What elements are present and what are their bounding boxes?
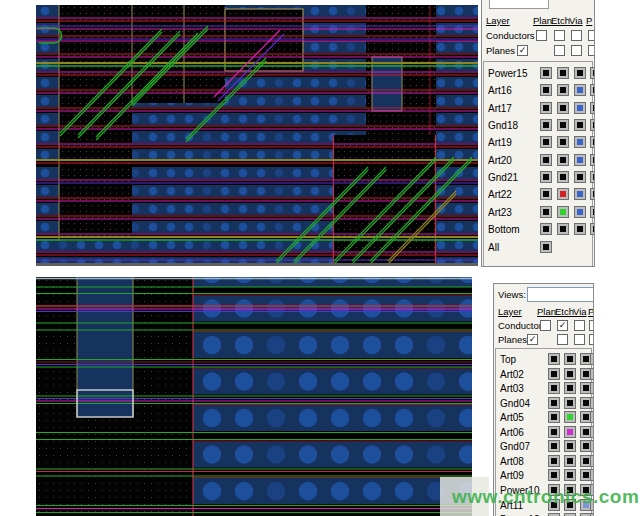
top-swatch-art20-clipped[interactable] [590,154,595,166]
top-planes-col-checkbox-2[interactable] [588,45,595,56]
top-swatch-gnd18-2[interactable] [574,119,586,131]
bottom-swatch-gnd07-1[interactable] [564,440,576,452]
top-swatch-art16-2[interactable] [574,84,586,96]
top-swatch-art19-0[interactable] [540,136,552,148]
top-swatch-gnd21-clipped[interactable] [590,171,595,183]
top-swatch-art20-1[interactable] [557,154,569,166]
bottom-conductors-checkbox-clipped[interactable] [589,320,594,331]
swatch-color [577,105,583,111]
top-swatch-art17-0[interactable] [540,102,552,114]
views-input-clipped[interactable] [489,0,549,9]
top-swatch-bottom-1[interactable] [557,223,569,235]
top-swatch-gnd18-1[interactable] [557,119,569,131]
top-swatch-art22-0[interactable] [540,188,552,200]
top-swatch-art23-2[interactable] [574,206,586,218]
top-planes-checkbox[interactable]: ✓ [517,45,528,56]
bottom-swatch-art08-1[interactable] [564,455,576,467]
bottom-swatch-art05-0[interactable] [548,411,560,423]
pcb-canvas-bottom[interactable] [36,277,472,516]
top-swatch-art22-1[interactable] [557,188,569,200]
swatch-color [593,472,594,478]
top-swatch-art19-1[interactable] [557,136,569,148]
bottom-swatch-art05-clipped[interactable] [590,411,594,423]
top-planes-col-checkbox-0[interactable] [554,45,565,56]
top-swatch-all-0[interactable] [540,241,552,253]
bottom-swatch-gnd04-clipped[interactable] [590,397,594,409]
swatch-color [593,226,595,232]
top-swatch-gnd18-0[interactable] [540,119,552,131]
bottom-swatch-art03-1[interactable] [564,382,576,394]
top-conductors-checkbox-1[interactable] [554,30,565,41]
top-swatch-power15-1[interactable] [557,67,569,79]
bottom-swatch-art06-clipped[interactable] [590,426,594,438]
bottom-planes-checkbox[interactable]: ✓ [527,334,538,345]
bottom-swatch-art08-clipped[interactable] [590,455,594,467]
swatch-color [583,472,589,478]
bottom-conductors-checkbox-0[interactable] [540,320,551,331]
bottom-swatch-top-clipped[interactable] [590,353,594,365]
bottom-conductors-checkbox-1[interactable]: ✓ [557,320,568,331]
bottom-swatch-art09-clipped[interactable] [590,469,594,481]
bottom-swatch-gnd07-clipped[interactable] [590,440,594,452]
top-swatch-art23-1[interactable] [557,206,569,218]
top-swatch-bottom-0[interactable] [540,223,552,235]
views-input[interactable] [527,287,594,302]
bottom-swatch-gnd04-0[interactable] [548,397,560,409]
top-swatch-power15-2[interactable] [574,67,586,79]
top-swatch-gnd21-1[interactable] [557,171,569,183]
bottom-swatch-art02-0[interactable] [548,368,560,380]
bottom-swatch-art08-0[interactable] [548,455,560,467]
top-swatch-art19-clipped[interactable] [590,136,595,148]
swatch-color [593,356,594,362]
swatch-color [577,139,583,145]
top-swatch-art20-0[interactable] [540,154,552,166]
bottom-planes-col-checkbox-2[interactable] [589,334,594,345]
bottom-planes-col-checkbox-1[interactable] [574,334,585,345]
top-swatch-art17-2[interactable] [574,102,586,114]
bottom-layer-row-label-art09: Art09 [500,470,524,481]
top-swatch-art19-2[interactable] [574,136,586,148]
top-layer-row-label-art17: Art17 [488,103,512,114]
top-swatch-bottom-2[interactable] [574,223,586,235]
top-swatch-gnd18-clipped[interactable] [590,119,595,131]
top-conductors-checkbox-2[interactable] [571,30,582,41]
top-swatch-art23-clipped[interactable] [590,206,595,218]
top-swatch-gnd21-0[interactable] [540,171,552,183]
top-swatch-gnd21-2[interactable] [574,171,586,183]
bottom-conductors-checkbox-2[interactable] [574,320,585,331]
top-swatch-power15-0[interactable] [540,67,552,79]
bottom-swatch-gnd04-1[interactable] [564,397,576,409]
top-layer-row-label-art22: Art22 [488,189,512,200]
top-swatch-art16-0[interactable] [540,84,552,96]
bottom-swatch-art02-1[interactable] [564,368,576,380]
top-swatch-art23-0[interactable] [540,206,552,218]
bottom-swatch-art05-1[interactable] [564,411,576,423]
pcb-canvas-top[interactable] [36,5,478,266]
top-swatch-art22-clipped[interactable] [590,188,595,200]
bottom-swatch-art06-0[interactable] [548,426,560,438]
top-col-header-etch: Etch [551,15,570,26]
top-swatch-art17-clipped[interactable] [590,102,595,114]
bottom-swatch-art03-clipped[interactable] [590,382,594,394]
top-swatch-art20-2[interactable] [574,154,586,166]
top-swatch-art17-1[interactable] [557,102,569,114]
bottom-swatch-top-0[interactable] [548,353,560,365]
top-swatch-art16-clipped[interactable] [590,84,595,96]
bottom-planes-col-checkbox-0[interactable] [557,334,568,345]
bottom-swatch-art02-clipped[interactable] [590,368,594,380]
top-swatch-art22-2[interactable] [574,188,586,200]
swatch-color [583,458,589,464]
top-swatch-power15-clipped[interactable] [590,67,595,79]
top-conductors-checkbox-0[interactable] [536,30,547,41]
bottom-swatch-gnd07-0[interactable] [548,440,560,452]
top-swatch-art16-1[interactable] [557,84,569,96]
top-planes-col-checkbox-1[interactable] [571,45,582,56]
top-swatch-bottom-clipped[interactable] [590,223,595,235]
bottom-swatch-art06-1[interactable] [564,426,576,438]
bottom-swatch-art09-1[interactable] [564,469,576,481]
bottom-swatch-art03-0[interactable] [548,382,560,394]
top-conductors-checkbox-clipped[interactable] [588,30,595,41]
bottom-swatch-top-1[interactable] [564,353,576,365]
bottom-col-header-via: Via [573,306,587,317]
bottom-swatch-art09-0[interactable] [548,469,560,481]
